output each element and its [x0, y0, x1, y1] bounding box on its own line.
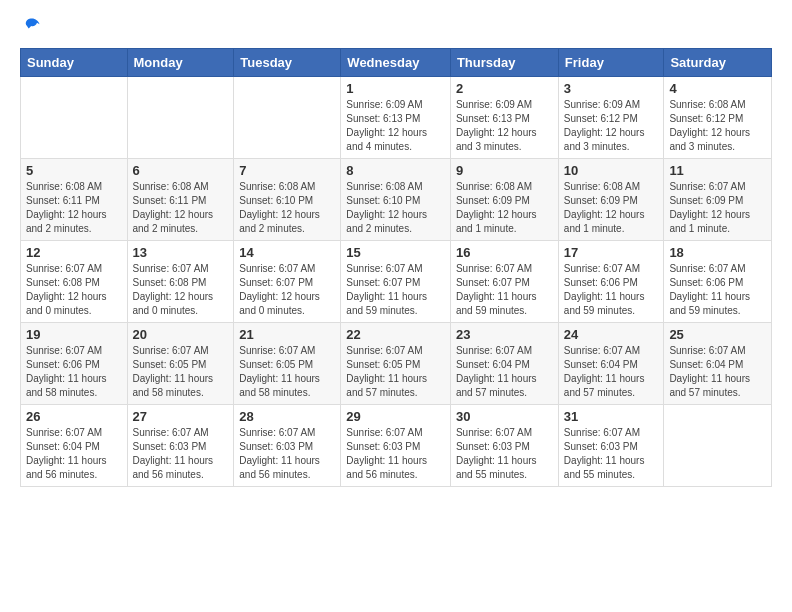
calendar-cell: 2Sunrise: 6:09 AM Sunset: 6:13 PM Daylig… — [450, 77, 558, 159]
calendar-cell: 18Sunrise: 6:07 AM Sunset: 6:06 PM Dayli… — [664, 241, 772, 323]
calendar-week-row: 26Sunrise: 6:07 AM Sunset: 6:04 PM Dayli… — [21, 405, 772, 487]
weekday-header-wednesday: Wednesday — [341, 49, 451, 77]
calendar-cell: 4Sunrise: 6:08 AM Sunset: 6:12 PM Daylig… — [664, 77, 772, 159]
calendar-cell: 3Sunrise: 6:09 AM Sunset: 6:12 PM Daylig… — [558, 77, 664, 159]
calendar-table: SundayMondayTuesdayWednesdayThursdayFrid… — [20, 48, 772, 487]
weekday-header-tuesday: Tuesday — [234, 49, 341, 77]
day-info: Sunrise: 6:07 AM Sunset: 6:05 PM Dayligh… — [239, 344, 335, 400]
day-number: 22 — [346, 327, 445, 342]
calendar-cell: 20Sunrise: 6:07 AM Sunset: 6:05 PM Dayli… — [127, 323, 234, 405]
day-info: Sunrise: 6:07 AM Sunset: 6:07 PM Dayligh… — [456, 262, 553, 318]
day-info: Sunrise: 6:08 AM Sunset: 6:12 PM Dayligh… — [669, 98, 766, 154]
day-number: 31 — [564, 409, 659, 424]
day-number: 28 — [239, 409, 335, 424]
logo-bird-icon — [22, 16, 42, 36]
day-info: Sunrise: 6:07 AM Sunset: 6:05 PM Dayligh… — [346, 344, 445, 400]
day-number: 8 — [346, 163, 445, 178]
day-info: Sunrise: 6:08 AM Sunset: 6:10 PM Dayligh… — [346, 180, 445, 236]
day-number: 14 — [239, 245, 335, 260]
day-number: 7 — [239, 163, 335, 178]
calendar-cell: 7Sunrise: 6:08 AM Sunset: 6:10 PM Daylig… — [234, 159, 341, 241]
calendar-cell: 22Sunrise: 6:07 AM Sunset: 6:05 PM Dayli… — [341, 323, 451, 405]
calendar-cell: 31Sunrise: 6:07 AM Sunset: 6:03 PM Dayli… — [558, 405, 664, 487]
weekday-header-sunday: Sunday — [21, 49, 128, 77]
calendar-cell: 19Sunrise: 6:07 AM Sunset: 6:06 PM Dayli… — [21, 323, 128, 405]
calendar-week-row: 12Sunrise: 6:07 AM Sunset: 6:08 PM Dayli… — [21, 241, 772, 323]
day-number: 11 — [669, 163, 766, 178]
day-number: 5 — [26, 163, 122, 178]
calendar-cell: 12Sunrise: 6:07 AM Sunset: 6:08 PM Dayli… — [21, 241, 128, 323]
day-number: 9 — [456, 163, 553, 178]
day-info: Sunrise: 6:07 AM Sunset: 6:03 PM Dayligh… — [133, 426, 229, 482]
calendar-cell: 17Sunrise: 6:07 AM Sunset: 6:06 PM Dayli… — [558, 241, 664, 323]
day-number: 29 — [346, 409, 445, 424]
day-info: Sunrise: 6:07 AM Sunset: 6:03 PM Dayligh… — [456, 426, 553, 482]
calendar-cell: 1Sunrise: 6:09 AM Sunset: 6:13 PM Daylig… — [341, 77, 451, 159]
calendar-cell: 26Sunrise: 6:07 AM Sunset: 6:04 PM Dayli… — [21, 405, 128, 487]
day-number: 15 — [346, 245, 445, 260]
day-info: Sunrise: 6:09 AM Sunset: 6:13 PM Dayligh… — [456, 98, 553, 154]
logo — [20, 16, 42, 36]
calendar-cell: 28Sunrise: 6:07 AM Sunset: 6:03 PM Dayli… — [234, 405, 341, 487]
calendar-cell: 23Sunrise: 6:07 AM Sunset: 6:04 PM Dayli… — [450, 323, 558, 405]
calendar-cell: 8Sunrise: 6:08 AM Sunset: 6:10 PM Daylig… — [341, 159, 451, 241]
calendar-cell: 15Sunrise: 6:07 AM Sunset: 6:07 PM Dayli… — [341, 241, 451, 323]
day-number: 25 — [669, 327, 766, 342]
day-info: Sunrise: 6:09 AM Sunset: 6:12 PM Dayligh… — [564, 98, 659, 154]
day-info: Sunrise: 6:07 AM Sunset: 6:07 PM Dayligh… — [239, 262, 335, 318]
day-number: 2 — [456, 81, 553, 96]
day-info: Sunrise: 6:07 AM Sunset: 6:06 PM Dayligh… — [26, 344, 122, 400]
day-info: Sunrise: 6:07 AM Sunset: 6:07 PM Dayligh… — [346, 262, 445, 318]
calendar-cell: 24Sunrise: 6:07 AM Sunset: 6:04 PM Dayli… — [558, 323, 664, 405]
calendar-cell: 27Sunrise: 6:07 AM Sunset: 6:03 PM Dayli… — [127, 405, 234, 487]
day-number: 19 — [26, 327, 122, 342]
day-info: Sunrise: 6:07 AM Sunset: 6:06 PM Dayligh… — [564, 262, 659, 318]
day-info: Sunrise: 6:08 AM Sunset: 6:11 PM Dayligh… — [26, 180, 122, 236]
calendar-cell — [234, 77, 341, 159]
calendar-cell: 21Sunrise: 6:07 AM Sunset: 6:05 PM Dayli… — [234, 323, 341, 405]
day-number: 21 — [239, 327, 335, 342]
day-number: 20 — [133, 327, 229, 342]
day-info: Sunrise: 6:07 AM Sunset: 6:08 PM Dayligh… — [133, 262, 229, 318]
day-number: 6 — [133, 163, 229, 178]
weekday-header-saturday: Saturday — [664, 49, 772, 77]
calendar-cell — [127, 77, 234, 159]
day-info: Sunrise: 6:08 AM Sunset: 6:09 PM Dayligh… — [456, 180, 553, 236]
weekday-header-friday: Friday — [558, 49, 664, 77]
day-info: Sunrise: 6:09 AM Sunset: 6:13 PM Dayligh… — [346, 98, 445, 154]
day-number: 10 — [564, 163, 659, 178]
day-info: Sunrise: 6:07 AM Sunset: 6:03 PM Dayligh… — [346, 426, 445, 482]
day-number: 24 — [564, 327, 659, 342]
day-number: 30 — [456, 409, 553, 424]
calendar-cell: 10Sunrise: 6:08 AM Sunset: 6:09 PM Dayli… — [558, 159, 664, 241]
day-number: 17 — [564, 245, 659, 260]
day-info: Sunrise: 6:07 AM Sunset: 6:05 PM Dayligh… — [133, 344, 229, 400]
calendar-week-row: 1Sunrise: 6:09 AM Sunset: 6:13 PM Daylig… — [21, 77, 772, 159]
calendar-cell — [21, 77, 128, 159]
day-number: 13 — [133, 245, 229, 260]
calendar-week-row: 19Sunrise: 6:07 AM Sunset: 6:06 PM Dayli… — [21, 323, 772, 405]
day-number: 18 — [669, 245, 766, 260]
day-info: Sunrise: 6:07 AM Sunset: 6:03 PM Dayligh… — [239, 426, 335, 482]
header — [20, 16, 772, 36]
weekday-header-monday: Monday — [127, 49, 234, 77]
weekday-header-row: SundayMondayTuesdayWednesdayThursdayFrid… — [21, 49, 772, 77]
calendar-cell: 5Sunrise: 6:08 AM Sunset: 6:11 PM Daylig… — [21, 159, 128, 241]
day-number: 26 — [26, 409, 122, 424]
calendar-cell: 13Sunrise: 6:07 AM Sunset: 6:08 PM Dayli… — [127, 241, 234, 323]
calendar-cell: 29Sunrise: 6:07 AM Sunset: 6:03 PM Dayli… — [341, 405, 451, 487]
day-number: 12 — [26, 245, 122, 260]
day-info: Sunrise: 6:08 AM Sunset: 6:11 PM Dayligh… — [133, 180, 229, 236]
day-info: Sunrise: 6:07 AM Sunset: 6:04 PM Dayligh… — [669, 344, 766, 400]
day-info: Sunrise: 6:08 AM Sunset: 6:10 PM Dayligh… — [239, 180, 335, 236]
calendar-cell: 11Sunrise: 6:07 AM Sunset: 6:09 PM Dayli… — [664, 159, 772, 241]
day-number: 3 — [564, 81, 659, 96]
day-info: Sunrise: 6:07 AM Sunset: 6:04 PM Dayligh… — [564, 344, 659, 400]
calendar-cell: 25Sunrise: 6:07 AM Sunset: 6:04 PM Dayli… — [664, 323, 772, 405]
calendar-week-row: 5Sunrise: 6:08 AM Sunset: 6:11 PM Daylig… — [21, 159, 772, 241]
calendar-cell: 30Sunrise: 6:07 AM Sunset: 6:03 PM Dayli… — [450, 405, 558, 487]
day-info: Sunrise: 6:07 AM Sunset: 6:04 PM Dayligh… — [456, 344, 553, 400]
weekday-header-thursday: Thursday — [450, 49, 558, 77]
day-number: 16 — [456, 245, 553, 260]
day-info: Sunrise: 6:07 AM Sunset: 6:03 PM Dayligh… — [564, 426, 659, 482]
